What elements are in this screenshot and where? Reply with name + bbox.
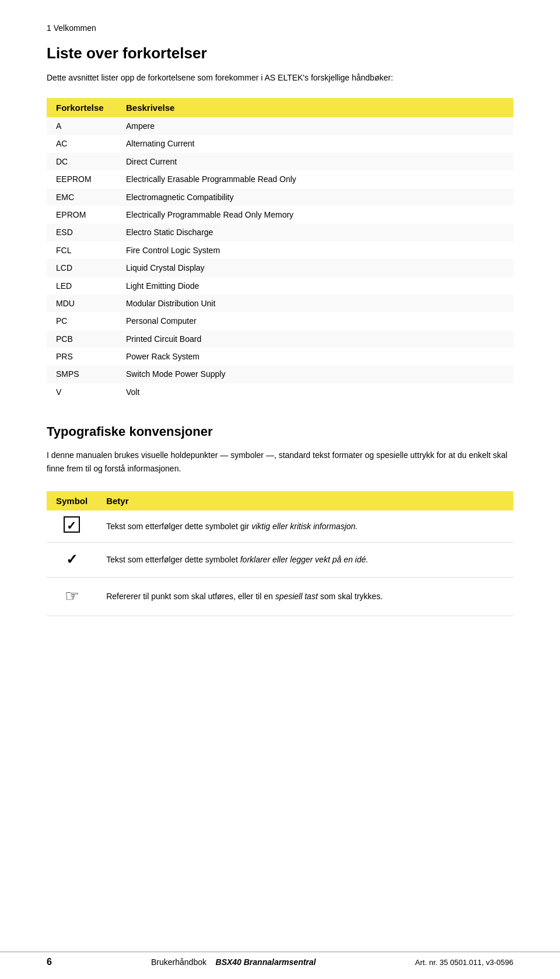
abbrev-cell: PCB	[47, 330, 117, 348]
table-row: PC Personal Computer	[47, 312, 513, 330]
desc-col-header: Beskrivelse	[117, 98, 513, 117]
desc-cell: Power Rack System	[117, 348, 513, 365]
typo-intro: I denne manualen brukes visuelle holdepu…	[47, 449, 513, 475]
betyr-col-header: Betyr	[97, 491, 513, 511]
table-row: EPROM Electrically Programmable Read Onl…	[47, 206, 513, 223]
table-row: EMC Electromagnetic Compatibility	[47, 188, 513, 206]
abbrev-cell: LED	[47, 277, 117, 295]
desc-cell: Electromagnetic Compatibility	[117, 188, 513, 206]
table-row: PCB Printed Circuit Board	[47, 330, 513, 348]
abbreviations-table: Forkortelse Beskrivelse A Ampere AC Alte…	[47, 98, 513, 401]
table-row: LCD Liquid Crystal Display	[47, 259, 513, 277]
abbrev-cell: MDU	[47, 295, 117, 312]
symbol-desc-cell: Tekst som etterfølger dette symbolet gir…	[97, 511, 513, 543]
intro-text: Dette avsnittet lister opp de forkortels…	[47, 72, 513, 84]
table-row: DC Direct Current	[47, 153, 513, 170]
list-item: Tekst som etterfølger dette symbolet gir…	[47, 511, 513, 543]
abbrev-cell: PRS	[47, 348, 117, 365]
typo-title: Typografiske konvensjoner	[47, 424, 513, 439]
table-row: PRS Power Rack System	[47, 348, 513, 365]
abbrev-cell: DC	[47, 153, 117, 170]
section-title: Liste over forkortelser	[47, 44, 513, 62]
symbol-col-header: Symbol	[47, 491, 97, 511]
list-item: ☞ Refererer til punkt som skal utføres, …	[47, 577, 513, 616]
page-container: 1 Velkommen Liste over forkortelser Dett…	[0, 0, 560, 674]
table-row: A Ampere	[47, 117, 513, 135]
checkmark-icon: ✓	[66, 551, 78, 567]
desc-cell: Modular Distribution Unit	[117, 295, 513, 312]
desc-cell: Personal Computer	[117, 312, 513, 330]
abbrev-cell: LCD	[47, 259, 117, 277]
table-row: ESD Electro Static Discharge	[47, 223, 513, 241]
table-row: EEPROM Electrically Erasable Programmabl…	[47, 170, 513, 188]
abbrev-cell: V	[47, 383, 117, 401]
abbrev-cell: EMC	[47, 188, 117, 206]
desc-cell: Electrically Programmable Read Only Memo…	[117, 206, 513, 223]
desc-cell: Liquid Crystal Display	[117, 259, 513, 277]
footer-book-italic-title: BSX40 Brannalarmsentral	[216, 957, 316, 967]
footer-book-title: Brukerhåndbok BSX40 Brannalarmsentral	[151, 957, 316, 967]
symbol-cell	[47, 511, 97, 543]
abbrev-col-header: Forkortelse	[47, 98, 117, 117]
desc-cell: Volt	[117, 383, 513, 401]
abbrev-cell: EEPROM	[47, 170, 117, 188]
desc-cell: Switch Mode Power Supply	[117, 365, 513, 383]
desc-cell: Direct Current	[117, 153, 513, 170]
checkbox-icon	[64, 516, 80, 533]
table-row: FCL Fire Control Logic System	[47, 242, 513, 259]
symbol-desc-cell: Refererer til punkt som skal utføres, el…	[97, 577, 513, 616]
desc-cell: Fire Control Logic System	[117, 242, 513, 259]
desc-cell: Alternating Current	[117, 135, 513, 152]
desc-cell: Electrically Erasable Programmable Read …	[117, 170, 513, 188]
desc-cell: Light Emitting Diode	[117, 277, 513, 295]
abbrev-cell: ESD	[47, 223, 117, 241]
abbrev-cell: FCL	[47, 242, 117, 259]
symbol-cell: ✓	[47, 543, 97, 577]
footer-art-number: Art. nr. 35 0501.011, v3-0596	[415, 958, 513, 967]
table-row: AC Alternating Current	[47, 135, 513, 152]
abbrev-cell: AC	[47, 135, 117, 152]
abbrev-cell: PC	[47, 312, 117, 330]
footer-book-label: Brukerhåndbok	[151, 957, 206, 967]
desc-cell: Ampere	[117, 117, 513, 135]
desc-cell: Electro Static Discharge	[117, 223, 513, 241]
symbol-table: Symbol Betyr Tekst som etterfølger dette…	[47, 491, 513, 616]
footer-page-number: 6	[47, 957, 52, 967]
symbol-cell: ☞	[47, 577, 97, 616]
pointing-hand-icon: ☞	[65, 587, 79, 605]
abbrev-cell: A	[47, 117, 117, 135]
table-row: LED Light Emitting Diode	[47, 277, 513, 295]
chapter-number: 1 Velkommen	[47, 23, 513, 33]
symbol-desc-cell: Tekst som etterfølger dette symbolet for…	[97, 543, 513, 577]
list-item: ✓ Tekst som etterfølger dette symbolet f…	[47, 543, 513, 577]
abbrev-cell: SMPS	[47, 365, 117, 383]
footer: 6 Brukerhåndbok BSX40 Brannalarmsentral …	[0, 952, 560, 967]
table-row: V Volt	[47, 383, 513, 401]
abbrev-cell: EPROM	[47, 206, 117, 223]
desc-cell: Printed Circuit Board	[117, 330, 513, 348]
table-row: SMPS Switch Mode Power Supply	[47, 365, 513, 383]
table-row: MDU Modular Distribution Unit	[47, 295, 513, 312]
